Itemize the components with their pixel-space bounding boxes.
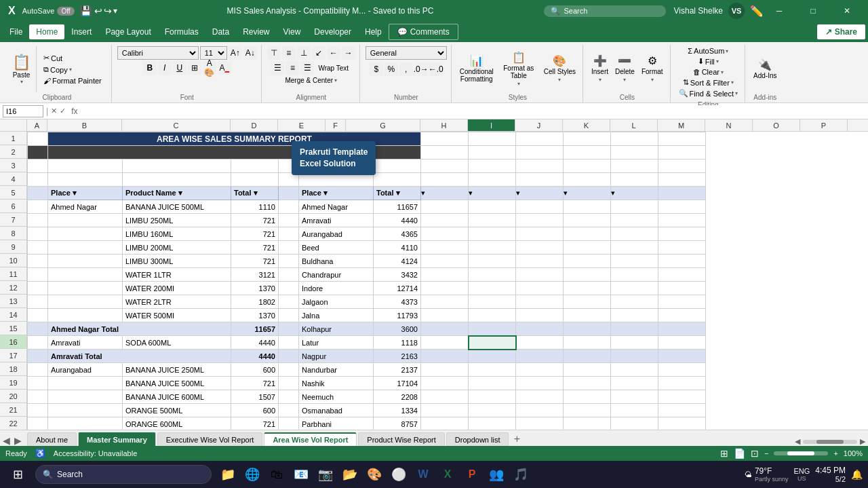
zoom-slider[interactable] bbox=[774, 451, 828, 455]
menu-formulas[interactable]: Formulas bbox=[158, 24, 205, 39]
autosum-button[interactable]: Σ AutoSum ▾ bbox=[685, 46, 731, 56]
cut-button[interactable]: ✂ Cut bbox=[41, 53, 104, 63]
align-left-button[interactable]: ☰ bbox=[271, 61, 284, 75]
menu-home[interactable]: Home bbox=[29, 24, 64, 39]
taskbar-app-explorer[interactable]: 📁 bbox=[217, 464, 239, 485]
increase-font-button[interactable]: A↑ bbox=[229, 46, 242, 60]
percent-button[interactable]: % bbox=[384, 62, 398, 76]
cell-m2[interactable] bbox=[658, 146, 706, 159]
col-header-p[interactable]: P bbox=[800, 119, 848, 131]
col-header-h[interactable]: H bbox=[420, 119, 468, 131]
tab-master-summary[interactable]: Master Summary bbox=[78, 432, 156, 446]
delete-button[interactable]: ➖ Delete ▾ bbox=[612, 54, 637, 84]
taskbar-app-teams[interactable]: 👥 bbox=[486, 464, 507, 485]
autosave-switch[interactable]: Off bbox=[57, 7, 74, 16]
row-4[interactable]: 4 bbox=[0, 172, 26, 186]
cell-m1[interactable] bbox=[658, 132, 706, 146]
col-header-m[interactable]: M bbox=[658, 119, 705, 131]
nav-prev-sheet[interactable]: ◀ bbox=[3, 435, 10, 446]
col-header-n[interactable]: N bbox=[705, 119, 753, 131]
text-direction-button[interactable]: ↙ bbox=[312, 46, 326, 60]
row-22[interactable]: 22 bbox=[0, 417, 26, 430]
row-8[interactable]: 8 bbox=[0, 227, 26, 240]
cell-place-6[interactable]: Ahmed Nagar bbox=[48, 200, 123, 214]
font-color-button[interactable]: A_ bbox=[218, 61, 231, 75]
notification-icon[interactable]: 🔔 bbox=[851, 469, 863, 480]
cell-j2[interactable] bbox=[516, 146, 564, 159]
normal-view-icon[interactable]: ⊞ bbox=[720, 448, 728, 459]
header-total2[interactable]: Total ▾ bbox=[374, 187, 421, 200]
redo-icon[interactable]: ↪ bbox=[104, 5, 112, 16]
weather-widget[interactable]: 🌤 79°F Partly sunny bbox=[745, 466, 789, 483]
taskbar-app-photo[interactable]: 📷 bbox=[315, 464, 336, 485]
bold-button[interactable]: B bbox=[143, 61, 157, 75]
row-5[interactable]: 5 bbox=[0, 186, 26, 200]
increase-decimal-button[interactable]: .0→ bbox=[414, 62, 428, 76]
taskbar-app-mail[interactable]: 📧 bbox=[290, 464, 312, 485]
font-family-select[interactable]: Calibri bbox=[117, 46, 199, 60]
col-header-b[interactable]: B bbox=[47, 119, 122, 131]
addins-button[interactable]: 🔌 Add-Ins bbox=[751, 58, 779, 81]
col-header-g[interactable]: G bbox=[346, 119, 420, 131]
col-header-e[interactable]: E bbox=[278, 119, 326, 131]
comments-button[interactable]: 💬 Comments bbox=[389, 24, 458, 40]
copy-button[interactable]: ⧉ Copy ▾ bbox=[41, 64, 104, 75]
row-16[interactable]: 16 bbox=[0, 335, 26, 349]
comma-button[interactable]: , bbox=[399, 62, 413, 76]
taskbar-app-spotify[interactable]: 🎵 bbox=[510, 464, 532, 485]
autosave-toggle[interactable]: AutoSave Off bbox=[22, 7, 75, 16]
scroll-thumb[interactable] bbox=[816, 440, 844, 444]
scroll-right-icon[interactable]: ▶ bbox=[860, 437, 865, 446]
row-14[interactable]: 14 bbox=[0, 308, 26, 322]
wrap-text-button[interactable]: Wrap Text bbox=[315, 61, 351, 75]
formula-input[interactable] bbox=[83, 105, 865, 117]
insert-button[interactable]: ➕ Insert ▾ bbox=[589, 54, 611, 84]
share-button[interactable]: ↗ Share bbox=[817, 24, 865, 39]
col-header-l[interactable]: L bbox=[610, 119, 658, 131]
header-place[interactable]: Place ▾ bbox=[48, 187, 123, 200]
col-header-j[interactable]: J bbox=[515, 119, 563, 131]
format-as-table-button[interactable]: 📋 Format as Table ▾ bbox=[499, 51, 538, 88]
col-header-a[interactable]: A bbox=[27, 119, 47, 131]
taskbar-app-powerpoint[interactable]: P bbox=[461, 464, 483, 485]
system-tray[interactable]: ENG US bbox=[793, 467, 810, 482]
edit-icon[interactable]: ✏️ bbox=[750, 5, 764, 18]
taskbar-app-explorer2[interactable]: 📂 bbox=[339, 464, 361, 485]
indent-decrease-button[interactable]: ← bbox=[327, 46, 340, 60]
zoom-thumb[interactable] bbox=[787, 451, 814, 455]
border-button[interactable]: ⊞ bbox=[188, 61, 201, 75]
cell-reference-input[interactable] bbox=[3, 105, 43, 117]
taskbar-app-excel[interactable]: X bbox=[437, 464, 458, 485]
header-product[interactable]: Product Name ▾ bbox=[123, 187, 231, 200]
format-painter-button[interactable]: 🖌 Format Painter bbox=[41, 76, 104, 86]
align-center-button[interactable]: ≡ bbox=[285, 61, 299, 75]
scroll-slider[interactable] bbox=[803, 440, 857, 444]
taskbar-app-store[interactable]: 🛍 bbox=[266, 464, 288, 485]
tab-dropdown-list[interactable]: Dropdown list bbox=[446, 432, 509, 446]
row-7[interactable]: 7 bbox=[0, 213, 26, 227]
taskbar-app-chrome[interactable]: ⚪ bbox=[388, 464, 410, 485]
format-button[interactable]: ⚙ Format ▾ bbox=[639, 54, 666, 84]
indent-increase-button[interactable]: → bbox=[342, 46, 355, 60]
currency-button[interactable]: $ bbox=[370, 62, 383, 76]
col-header-i[interactable]: I bbox=[468, 119, 515, 131]
save-icon[interactable]: 💾 bbox=[80, 5, 92, 16]
underline-button[interactable]: U bbox=[173, 61, 186, 75]
row-11[interactable]: 11 bbox=[0, 267, 26, 281]
col-header-f-spacer[interactable]: F bbox=[326, 119, 346, 131]
cell-i2[interactable] bbox=[469, 146, 516, 159]
taskbar-app-word[interactable]: W bbox=[412, 464, 434, 485]
conditional-formatting-button[interactable]: 📊 Conditional Formatting bbox=[457, 54, 496, 84]
menu-file[interactable]: File bbox=[3, 24, 29, 39]
cell-j1[interactable] bbox=[516, 132, 564, 146]
taskbar-search[interactable]: 🔍 Search bbox=[35, 465, 212, 484]
row-1[interactable]: 1 bbox=[0, 132, 26, 145]
zoom-plus-icon[interactable]: + bbox=[833, 449, 837, 457]
row-6[interactable]: 6 bbox=[0, 200, 26, 213]
header-place2[interactable]: Place ▾ bbox=[299, 187, 374, 200]
decrease-font-button[interactable]: A↓ bbox=[243, 46, 257, 60]
tab-product-report[interactable]: Product Wise Report bbox=[358, 432, 444, 446]
cell-a3[interactable] bbox=[28, 159, 48, 173]
cell-l1[interactable] bbox=[611, 132, 658, 146]
page-layout-icon[interactable]: 📄 bbox=[734, 448, 745, 459]
